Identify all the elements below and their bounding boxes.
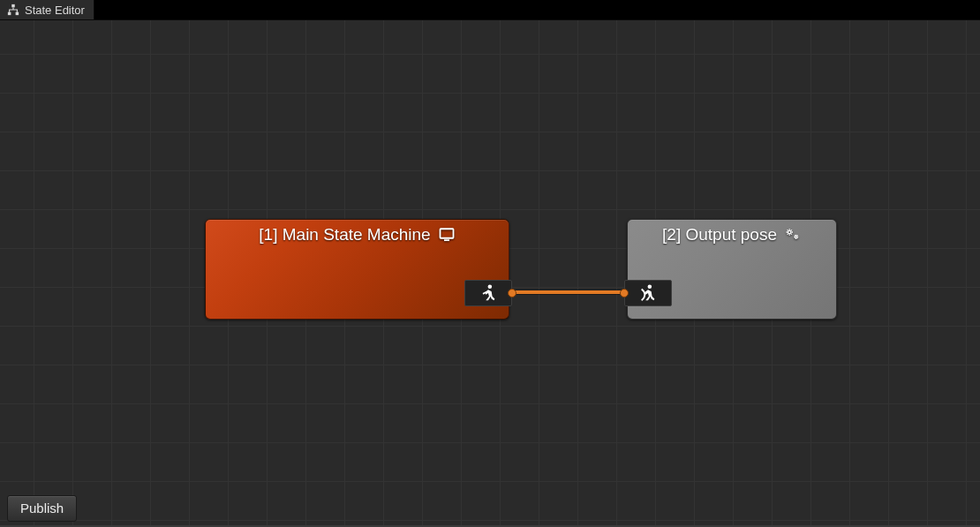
node-output-pose[interactable]: [2] Output pose <box>627 219 837 320</box>
running-person-icon <box>479 283 498 303</box>
node-title: [1] Main State Machine <box>259 225 430 245</box>
svg-line-22 <box>795 237 795 238</box>
svg-line-14 <box>791 230 792 230</box>
svg-line-23 <box>797 235 798 236</box>
svg-line-12 <box>791 234 792 235</box>
gears-icon <box>784 227 802 243</box>
node-main-state-machine[interactable]: [1] Main State Machine <box>205 219 509 320</box>
node-header: [2] Output pose <box>628 220 836 260</box>
connection-edge[interactable] <box>508 290 624 294</box>
output-port[interactable] <box>464 280 512 306</box>
svg-rect-0 <box>11 4 15 8</box>
output-pin[interactable] <box>508 289 516 297</box>
svg-line-11 <box>788 230 788 230</box>
svg-rect-2 <box>16 12 19 16</box>
input-pin[interactable] <box>620 289 629 297</box>
node-header: [1] Main State Machine <box>206 220 509 260</box>
svg-line-21 <box>797 237 798 238</box>
input-port[interactable] <box>624 280 672 306</box>
svg-rect-3 <box>440 229 453 238</box>
publish-button[interactable]: Publish <box>7 495 77 522</box>
svg-line-20 <box>795 235 795 236</box>
monitor-icon <box>438 227 456 243</box>
svg-rect-4 <box>444 239 449 241</box>
svg-line-13 <box>788 234 788 235</box>
svg-point-6 <box>788 230 791 233</box>
svg-rect-1 <box>8 12 11 16</box>
node-title: [2] Output pose <box>662 225 777 245</box>
tab-state-editor[interactable]: State Editor <box>0 0 94 19</box>
svg-point-15 <box>795 236 797 237</box>
svg-point-24 <box>648 284 652 289</box>
graph-canvas[interactable]: [1] Main State Machine [2] Output pose <box>0 19 980 527</box>
svg-point-5 <box>488 284 493 289</box>
graph-icon <box>7 4 19 16</box>
running-person-icon <box>638 283 658 303</box>
tab-label: State Editor <box>25 4 85 17</box>
tab-bar: State Editor <box>0 0 980 19</box>
